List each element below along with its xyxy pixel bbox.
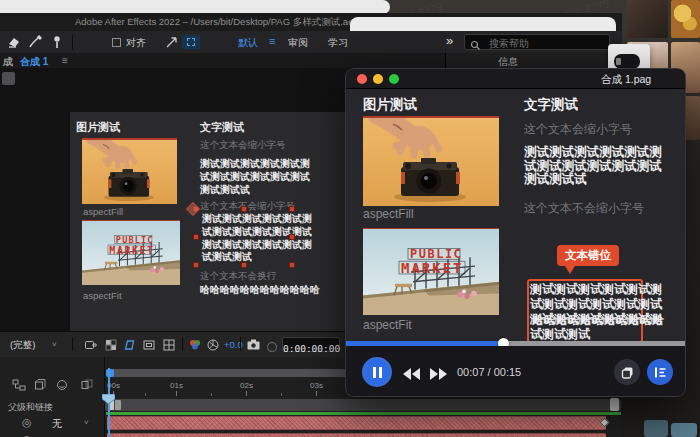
selection-handle[interactable] xyxy=(193,262,199,268)
grid-guides-icon[interactable] xyxy=(162,338,176,356)
aspect-fill-label[interactable]: aspectFill xyxy=(83,206,123,217)
nowrap-text-layer[interactable]: 哈哈哈哈哈哈哈哈哈哈哈哈 xyxy=(200,284,320,297)
pill-notch xyxy=(616,58,621,65)
selection-handle[interactable] xyxy=(193,234,199,240)
timecode-display[interactable]: 0:00:00:00 xyxy=(282,337,340,352)
eraser-tool-icon[interactable] xyxy=(6,34,22,54)
shrink-text-layer[interactable]: 测试测试测试测试测试测 试测试测试测试测试测试 测试测试试 xyxy=(200,158,310,196)
desktop-thumbnail xyxy=(671,0,700,38)
panel-menu-icon[interactable]: ≡ xyxy=(62,55,68,66)
workspace-overflow-chevrons[interactable]: » xyxy=(446,33,453,48)
help-search-input[interactable] xyxy=(487,35,606,51)
anchor-point-icon[interactable] xyxy=(186,202,200,216)
parent-none-dropdown[interactable]: 无 xyxy=(52,417,62,431)
ruler-label: 02s xyxy=(240,381,253,390)
layer-list-button[interactable] xyxy=(647,359,673,385)
brush-tool-icon[interactable] xyxy=(27,34,43,54)
market-photo-layer[interactable]: PUBLIC MARKET xyxy=(82,220,180,285)
pause-button[interactable] xyxy=(362,357,392,387)
canvas-text-section-title[interactable]: 文字测试 xyxy=(200,120,244,135)
work-area-bar[interactable] xyxy=(105,399,621,411)
info-panel: 信息 xyxy=(445,53,623,68)
pag-control-bar: 00:07 / 00:15 xyxy=(346,346,686,397)
close-button[interactable] xyxy=(357,74,367,84)
pag-aspect-fill-label: aspectFill xyxy=(363,207,414,221)
zoom-button[interactable] xyxy=(389,74,399,84)
workspace-default-tab[interactable]: 默认 xyxy=(238,36,258,50)
transparency-grid-icon[interactable] xyxy=(104,338,118,356)
puppet-pin-tool-icon[interactable] xyxy=(49,34,65,54)
hint-nowrap-text[interactable]: 这个文本不会换行 xyxy=(200,270,276,283)
comp-flowchart-icon[interactable] xyxy=(12,378,26,396)
pause-icon xyxy=(373,367,376,378)
parent-link-column-header[interactable]: 父级和链接 xyxy=(8,401,53,414)
viewer-corner-widget[interactable] xyxy=(2,72,15,85)
pickwhip-icon[interactable]: ◎ xyxy=(22,416,32,429)
market-photo: PUBLIC MARKET xyxy=(82,221,180,285)
selection-handle[interactable] xyxy=(289,234,295,240)
exposure-icon[interactable] xyxy=(206,338,220,356)
camera-photo-layer[interactable] xyxy=(82,138,177,204)
rewind-button[interactable] xyxy=(403,366,421,384)
selection-handle[interactable] xyxy=(289,262,295,268)
background-window-edge xyxy=(350,17,616,31)
parent-none-caret-icon[interactable]: ˅ xyxy=(84,418,89,427)
aspect-fit-label[interactable]: aspectFit xyxy=(83,290,122,301)
mask-visibility-icon[interactable] xyxy=(122,338,136,356)
comp-name-tab[interactable]: 合成 1 xyxy=(20,55,48,69)
selection-handle[interactable] xyxy=(241,206,247,212)
pag-hint-noshrink: 这个文本不会缩小字号 xyxy=(524,200,644,217)
workspace-menu-icon[interactable]: ≡ xyxy=(269,35,275,47)
frame-blend-icon[interactable] xyxy=(80,378,94,396)
layer-bar[interactable] xyxy=(107,416,606,430)
hint-noshrink-text[interactable]: 这个文本不会缩小字号 xyxy=(200,200,295,213)
shy-layers-icon[interactable] xyxy=(55,378,69,396)
camera-photo xyxy=(363,118,499,206)
canvas-image-section-title[interactable]: 图片测试 xyxy=(76,120,120,135)
workspace-learn-tab[interactable]: 学习 xyxy=(328,36,348,50)
help-search-box[interactable] xyxy=(464,34,610,50)
export-frame-icon[interactable] xyxy=(84,338,98,356)
info-panel-tab[interactable]: 信息 xyxy=(498,55,518,69)
copy-icon xyxy=(621,366,634,379)
duplicate-button[interactable] xyxy=(614,359,640,385)
magnification-caret-icon[interactable]: ˅ xyxy=(52,340,57,349)
playhead-head[interactable] xyxy=(102,390,115,408)
comp-canvas[interactable]: 图片测试 xyxy=(70,112,352,331)
pickwhip-icon[interactable]: ◎ xyxy=(22,433,32,437)
pag-titlebar[interactable]: 合成 1.pag xyxy=(346,69,686,89)
layer-bar[interactable] xyxy=(107,433,606,437)
workspace-review-tab[interactable]: 审阅 xyxy=(288,36,308,50)
viewbar-divider xyxy=(72,337,73,351)
channels-icon[interactable] xyxy=(188,338,202,356)
line-arrow-icon[interactable] xyxy=(164,34,180,54)
pag-image-section-title: 图片测试 xyxy=(363,96,417,114)
snap-checkbox[interactable] xyxy=(112,38,121,47)
snapshot-camera-icon[interactable] xyxy=(246,337,261,356)
camera-photo xyxy=(82,140,177,204)
minimize-button[interactable] xyxy=(373,74,383,84)
draft-3d-icon[interactable] xyxy=(33,378,47,396)
fast-forward-button[interactable] xyxy=(429,366,447,384)
show-snapshot-icon[interactable] xyxy=(266,339,278,357)
work-area-end-marker[interactable] xyxy=(610,398,619,411)
viewbar-divider xyxy=(240,337,241,351)
toolbar-divider xyxy=(72,35,73,50)
background-app-shape xyxy=(671,423,697,437)
ruler-tick xyxy=(176,391,177,396)
dashed-box-glyph xyxy=(187,38,195,46)
work-area-start-handle2[interactable] xyxy=(115,400,121,410)
selection-mode-icon[interactable] xyxy=(182,35,200,49)
selection-handle[interactable] xyxy=(289,206,295,212)
text-misalign-badge: 文本错位 xyxy=(557,245,619,266)
hint-shrink-text[interactable]: 这个文本会缩小字号 xyxy=(200,139,286,152)
selection-handle[interactable] xyxy=(241,262,247,268)
background-app-shape xyxy=(644,420,668,437)
snap-label[interactable]: 对齐 xyxy=(126,36,146,50)
noshrink-text-layer-selected[interactable]: 测试测试测试测试测试测 试测试测试测试测试测试 测试测试测试测试测试测 试测试测… xyxy=(202,213,312,264)
background-window-strip xyxy=(0,0,390,14)
region-of-interest-icon[interactable] xyxy=(142,338,156,356)
ruler-tick xyxy=(145,393,146,396)
magnification-dropdown[interactable]: (完整) xyxy=(10,339,35,352)
comp-panel-tab-label[interactable]: 成 xyxy=(3,55,13,69)
